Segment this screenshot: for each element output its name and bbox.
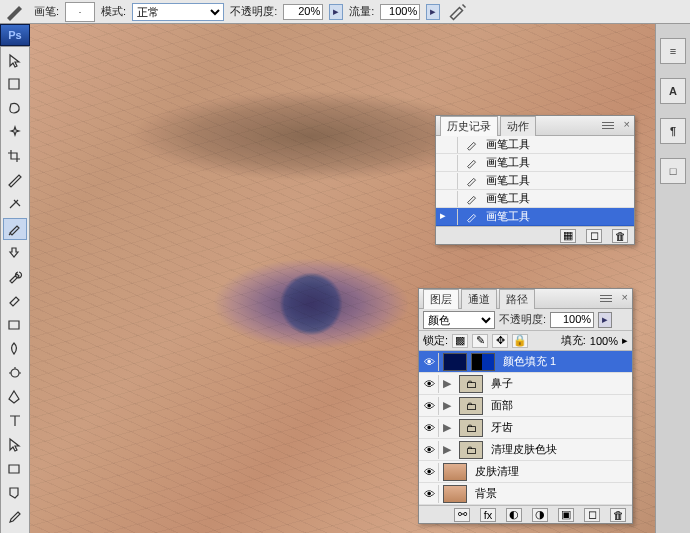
dock-button-2[interactable]: ¶ bbox=[660, 118, 686, 144]
history-gutter bbox=[440, 137, 458, 153]
new-layer-icon[interactable]: ◻ bbox=[584, 508, 600, 522]
folder-icon: 🗀 bbox=[459, 419, 483, 437]
lock-position-icon[interactable]: ✥ bbox=[492, 334, 508, 348]
folder-icon: 🗀 bbox=[459, 375, 483, 393]
marquee-tool[interactable] bbox=[3, 74, 27, 96]
eyedropper-tool[interactable] bbox=[3, 506, 27, 528]
close-icon[interactable]: × bbox=[622, 291, 628, 303]
blur-tool[interactable] bbox=[3, 338, 27, 360]
visibility-icon[interactable]: 👁 bbox=[421, 375, 439, 393]
dock-button-1[interactable]: A bbox=[660, 78, 686, 104]
airbrush-icon[interactable] bbox=[446, 2, 470, 22]
history-item[interactable]: 画笔工具 bbox=[436, 190, 634, 208]
opacity-label: 不透明度: bbox=[230, 4, 277, 19]
layer-row[interactable]: 👁▶🗀清理皮肤色块 bbox=[419, 439, 632, 461]
link-icon[interactable]: ⚯ bbox=[454, 508, 470, 522]
ps-logo[interactable]: Ps bbox=[0, 24, 30, 46]
trash-icon[interactable]: 🗑 bbox=[612, 229, 628, 243]
path-select-tool[interactable] bbox=[3, 434, 27, 456]
trash-icon[interactable]: 🗑 bbox=[610, 508, 626, 522]
options-bar: 画笔: · 模式: 正常 不透明度: 20% ▸ 流量: 100% ▸ bbox=[0, 0, 690, 24]
layer-blend-select[interactable]: 颜色 bbox=[423, 311, 495, 329]
fill-label: 填充: bbox=[561, 333, 586, 348]
tab-history[interactable]: 历史记录 bbox=[440, 116, 498, 136]
layer-row[interactable]: 👁背景 bbox=[419, 483, 632, 505]
visibility-icon[interactable]: 👁 bbox=[421, 485, 439, 503]
fx-icon[interactable]: fx bbox=[480, 508, 496, 522]
layer-row[interactable]: 👁颜色填充 1 bbox=[419, 351, 632, 373]
history-panel-header[interactable]: 历史记录 动作 × bbox=[436, 116, 634, 136]
type-tool[interactable] bbox=[3, 410, 27, 432]
tool-preset-icon[interactable] bbox=[4, 2, 28, 22]
group-icon[interactable]: ▣ bbox=[558, 508, 574, 522]
layer-row[interactable]: 👁▶🗀面部 bbox=[419, 395, 632, 417]
tab-channels[interactable]: 通道 bbox=[461, 289, 497, 309]
snapshot-icon[interactable]: ▦ bbox=[560, 229, 576, 243]
history-brush-tool[interactable] bbox=[3, 266, 27, 288]
layer-name: 颜色填充 1 bbox=[499, 354, 630, 369]
flow-input[interactable]: 100% bbox=[380, 4, 420, 20]
tab-paths[interactable]: 路径 bbox=[499, 289, 535, 309]
history-item[interactable]: 画笔工具 bbox=[436, 172, 634, 190]
stamp-tool[interactable] bbox=[3, 242, 27, 264]
layers-footer: ⚯ fx ◐ ◑ ▣ ◻ 🗑 bbox=[419, 505, 632, 523]
visibility-icon[interactable]: 👁 bbox=[421, 353, 439, 371]
visibility-icon[interactable]: 👁 bbox=[421, 419, 439, 437]
lock-image-icon[interactable]: ✎ bbox=[472, 334, 488, 348]
layer-opacity-input[interactable]: 100% bbox=[550, 312, 594, 328]
opacity-arrow[interactable]: ▸ bbox=[329, 4, 343, 20]
flow-arrow[interactable]: ▸ bbox=[426, 4, 440, 20]
tab-layers[interactable]: 图层 bbox=[423, 289, 459, 309]
twisty-icon[interactable]: ▶ bbox=[443, 377, 455, 390]
mask-icon[interactable]: ◐ bbox=[506, 508, 522, 522]
history-item-label: 画笔工具 bbox=[486, 209, 530, 224]
shape-tool[interactable] bbox=[3, 458, 27, 480]
twisty-icon[interactable]: ▶ bbox=[443, 399, 455, 412]
history-item[interactable]: ▸画笔工具 bbox=[436, 208, 634, 226]
slice-tool[interactable] bbox=[3, 170, 27, 192]
layer-opacity-arrow[interactable]: ▸ bbox=[598, 312, 612, 328]
crop-tool[interactable] bbox=[3, 146, 27, 168]
notes-tool[interactable] bbox=[3, 482, 27, 504]
eraser-tool[interactable] bbox=[3, 290, 27, 312]
right-dock: ≡A¶□ bbox=[655, 24, 690, 533]
panel-menu-icon[interactable] bbox=[602, 120, 614, 130]
visibility-icon[interactable]: 👁 bbox=[421, 441, 439, 459]
twisty-icon[interactable]: ▶ bbox=[443, 443, 455, 456]
blend-mode-select[interactable]: 正常 bbox=[132, 3, 224, 21]
new-doc-icon[interactable]: ◻ bbox=[586, 229, 602, 243]
adjustment-icon[interactable]: ◑ bbox=[532, 508, 548, 522]
history-item[interactable]: 画笔工具 bbox=[436, 136, 634, 154]
layer-mask-thumb bbox=[471, 353, 495, 371]
panel-menu-icon[interactable] bbox=[600, 293, 612, 303]
history-gutter: ▸ bbox=[440, 209, 458, 225]
lock-all-icon[interactable]: 🔒 bbox=[512, 334, 528, 348]
layer-row[interactable]: 👁皮肤清理 bbox=[419, 461, 632, 483]
history-item[interactable]: 画笔工具 bbox=[436, 154, 634, 172]
brush-preset-picker[interactable]: · bbox=[65, 2, 95, 22]
fill-input[interactable]: 100% bbox=[590, 335, 618, 347]
dock-button-3[interactable]: □ bbox=[660, 158, 686, 184]
dock-button-0[interactable]: ≡ bbox=[660, 38, 686, 64]
visibility-icon[interactable]: 👁 bbox=[421, 463, 439, 481]
close-icon[interactable]: × bbox=[624, 118, 630, 130]
healing-tool[interactable] bbox=[3, 194, 27, 216]
history-item-label: 画笔工具 bbox=[486, 137, 530, 152]
flow-label: 流量: bbox=[349, 4, 374, 19]
layer-row[interactable]: 👁▶🗀牙齿 bbox=[419, 417, 632, 439]
wand-tool[interactable] bbox=[3, 122, 27, 144]
opacity-input[interactable]: 20% bbox=[283, 4, 323, 20]
fill-arrow[interactable]: ▸ bbox=[622, 334, 628, 347]
twisty-icon[interactable]: ▶ bbox=[443, 421, 455, 434]
lock-transparent-icon[interactable]: ▩ bbox=[452, 334, 468, 348]
gradient-tool[interactable] bbox=[3, 314, 27, 336]
pen-tool[interactable] bbox=[3, 386, 27, 408]
move-tool[interactable] bbox=[3, 50, 27, 72]
brush-tool[interactable] bbox=[3, 218, 27, 240]
lasso-tool[interactable] bbox=[3, 98, 27, 120]
tab-actions[interactable]: 动作 bbox=[500, 116, 536, 136]
dodge-tool[interactable] bbox=[3, 362, 27, 384]
layers-panel-header[interactable]: 图层 通道 路径 × bbox=[419, 289, 632, 309]
layer-row[interactable]: 👁▶🗀鼻子 bbox=[419, 373, 632, 395]
visibility-icon[interactable]: 👁 bbox=[421, 397, 439, 415]
